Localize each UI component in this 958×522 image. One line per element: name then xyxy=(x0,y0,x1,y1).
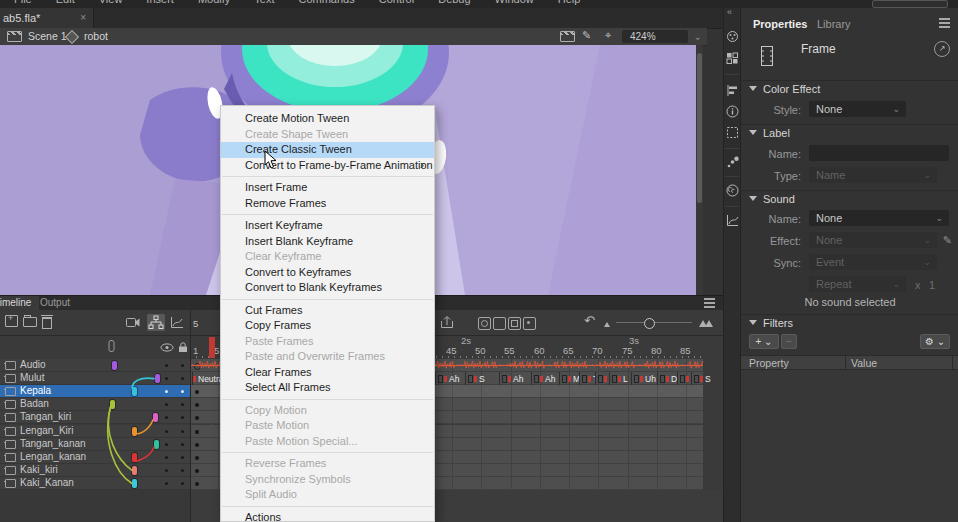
frame-label-cell[interactable]: Ah xyxy=(531,372,559,385)
layer-parent-node[interactable] xyxy=(132,427,137,436)
modify-markers-icon[interactable] xyxy=(523,317,536,330)
keyframe-dot[interactable] xyxy=(195,456,199,460)
menu-item-cut-frames[interactable]: Cut Frames xyxy=(221,303,434,319)
layer-parent-node[interactable] xyxy=(112,361,117,370)
breadcrumb-scene[interactable]: Scene 1 xyxy=(28,30,67,42)
style-select[interactable]: None ⌄ xyxy=(809,101,906,117)
lock-dot[interactable] xyxy=(181,469,184,472)
menu-item-clear-frames[interactable]: Clear Frames xyxy=(221,365,434,381)
layer-row-audio[interactable]: Audio xyxy=(0,359,190,372)
visibility-dot[interactable] xyxy=(165,416,168,419)
frame-label-cell[interactable]: D xyxy=(657,372,677,385)
layer-row-lengan_kiri[interactable]: Lengan_Kiri xyxy=(0,425,190,438)
visibility-dot[interactable] xyxy=(165,456,168,459)
layer-parent-node[interactable] xyxy=(154,440,159,449)
breadcrumb-symbol[interactable]: robot xyxy=(84,30,108,42)
motion-presets-panel-icon[interactable] xyxy=(726,156,739,169)
layer-row-tangan_kiri[interactable]: Tangan_kiri xyxy=(0,411,190,424)
menu-control[interactable]: Control xyxy=(379,0,414,5)
frame-label-cell[interactable]: S xyxy=(465,372,499,385)
section-label[interactable]: Label xyxy=(741,124,958,141)
onion-skin-icon[interactable] xyxy=(478,317,491,330)
zoom-level-select[interactable]: 424% ⌄ xyxy=(622,30,688,43)
frame-label-cell[interactable] xyxy=(595,372,609,385)
layer-name[interactable]: Lengan_kanan xyxy=(20,451,86,463)
add-filter-button[interactable]: + ⌄ xyxy=(749,334,779,349)
edit-sound-envelope-icon[interactable]: ✎ xyxy=(943,234,952,247)
keyframe-dot[interactable] xyxy=(195,403,199,407)
layer-row-lengan_kanan[interactable]: Lengan_kanan xyxy=(0,451,190,464)
menu-commands[interactable]: Commands xyxy=(298,0,354,5)
lock-dot[interactable] xyxy=(181,364,184,367)
keyframe-dot[interactable] xyxy=(195,469,199,473)
menu-edit[interactable]: Edit xyxy=(56,0,75,5)
onion-skin-outlines-icon[interactable] xyxy=(493,317,506,330)
menu-debug[interactable]: Debug xyxy=(438,0,470,5)
menu-view[interactable]: View xyxy=(99,0,123,5)
keyframe-dot[interactable] xyxy=(195,416,199,420)
menu-item-insert-blank-keyframe[interactable]: Insert Blank Keyframe xyxy=(221,234,434,250)
layer-parent-node[interactable] xyxy=(132,479,137,488)
color-panel-icon[interactable] xyxy=(726,30,739,43)
tab-properties[interactable]: Properties xyxy=(753,18,807,30)
tab-library[interactable]: Library xyxy=(817,18,851,30)
menu-text[interactable]: Text xyxy=(254,0,274,5)
creative-cloud-icon[interactable] xyxy=(726,184,739,197)
document-tab[interactable]: ab5.fla* × xyxy=(0,8,94,28)
layer-name[interactable]: Lengan_Kiri xyxy=(20,425,73,437)
layer-name[interactable]: Kepala xyxy=(20,385,51,397)
menu-file[interactable]: File xyxy=(14,0,32,5)
layer-name[interactable]: Kaki_Kanan xyxy=(20,477,74,489)
layer-row-badan[interactable]: Badan xyxy=(0,398,190,411)
lock-dot[interactable] xyxy=(181,403,184,406)
menu-insert[interactable]: Insert xyxy=(146,0,174,5)
menu-window[interactable]: Window xyxy=(495,0,534,5)
section-filters[interactable]: Filters xyxy=(741,314,958,331)
layer-name[interactable]: Badan xyxy=(20,398,49,410)
graph-editor-icon[interactable] xyxy=(170,316,184,329)
search-input[interactable] xyxy=(872,0,948,8)
frame-label-cell[interactable]: Ah xyxy=(435,372,465,385)
layer-row-kepala[interactable]: Kepala xyxy=(0,385,190,398)
layer-row-kaki_kanan[interactable]: Kaki_Kanan xyxy=(0,477,190,490)
panel-menu-icon[interactable] xyxy=(704,302,715,304)
lock-icon[interactable] xyxy=(178,342,188,353)
collapse-panels-icon[interactable]: « xyxy=(727,7,732,17)
menu-item-convert-to-frame-by-frame-animation[interactable]: Convert to Frame-by-Frame Animation› xyxy=(221,158,434,174)
visibility-dot[interactable] xyxy=(165,469,168,472)
frame-label-cell[interactable]: T xyxy=(579,372,595,385)
menu-item-convert-to-keyframes[interactable]: Convert to Keyframes xyxy=(221,265,434,281)
center-stage-icon[interactable]: ⌖ xyxy=(605,29,611,42)
visibility-dot[interactable] xyxy=(165,403,168,406)
remove-filter-button[interactable]: − xyxy=(781,334,797,349)
info-panel-icon[interactable] xyxy=(726,105,739,118)
lock-dot[interactable] xyxy=(181,377,184,380)
menu-modify[interactable]: Modify xyxy=(198,0,230,5)
frame-label-cell[interactable]: L xyxy=(609,372,631,385)
layer-name[interactable]: Tangan_kiri xyxy=(20,411,71,423)
layer-parenting-toggle[interactable] xyxy=(147,314,165,331)
clapperboard-icon[interactable] xyxy=(7,31,22,42)
delete-layer-button[interactable] xyxy=(42,317,52,329)
lock-dot[interactable] xyxy=(181,443,184,446)
layer-row-mulut[interactable]: Mulut xyxy=(0,372,190,385)
layer-parent-node[interactable] xyxy=(155,374,160,383)
eye-icon[interactable] xyxy=(160,343,174,352)
reset-zoom-icon[interactable]: ↶ xyxy=(584,313,595,328)
layer-parent-node[interactable] xyxy=(110,400,115,409)
layer-name[interactable]: Tangan_kanan xyxy=(20,438,86,450)
menu-item-remove-frames[interactable]: Remove Frames xyxy=(221,196,434,212)
layer-name[interactable]: Mulut xyxy=(20,372,44,384)
menu-item-convert-to-blank-keyframes[interactable]: Convert to Blank Keyframes xyxy=(221,280,434,296)
sound-name-select[interactable]: None ⌄ xyxy=(809,210,949,226)
section-color-effect[interactable]: Color Effect xyxy=(741,80,958,97)
lock-dot[interactable] xyxy=(181,482,184,485)
frame-picker-panel-icon[interactable] xyxy=(726,214,739,227)
visibility-dot[interactable] xyxy=(165,443,168,446)
menu-item-insert-keyframe[interactable]: Insert Keyframe xyxy=(221,218,434,234)
frame-label-cell[interactable] xyxy=(677,372,691,385)
frame-label-cell[interactable]: S xyxy=(691,372,721,385)
swatches-panel-icon[interactable] xyxy=(726,52,739,65)
keyframe-dot[interactable] xyxy=(195,443,199,447)
keyframe-dot[interactable] xyxy=(195,482,199,486)
